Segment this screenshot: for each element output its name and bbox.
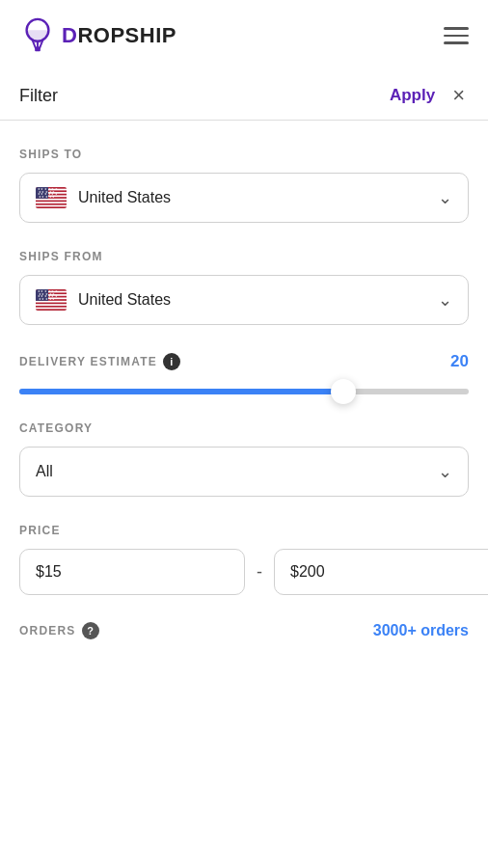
svg-rect-4 bbox=[35, 46, 41, 51]
ships-from-select[interactable]: ★ ★ ★ ★ ★ ★ ★ ★ ★ ★ ★ ★ ★ ★ ★ ★ ★ ★ ★ ★ … bbox=[19, 275, 469, 325]
orders-label-row: ORDERS ? bbox=[19, 622, 99, 639]
price-label: PRICE bbox=[19, 524, 469, 537]
hamburger-menu-button[interactable] bbox=[444, 27, 469, 44]
orders-value: 3000+ orders bbox=[373, 622, 469, 639]
ships-to-value: United States bbox=[78, 189, 438, 206]
slider-fill bbox=[19, 389, 343, 394]
price-max-input[interactable] bbox=[274, 549, 488, 595]
svg-rect-9 bbox=[36, 199, 67, 201]
filter-content: SHIPS TO ★ ★ ★ ★ ★ ★ ★ ★ ★ ★ ★ ★ ★ ★ ★ ★… bbox=[0, 121, 488, 659]
category-label: CATEGORY bbox=[19, 421, 469, 435]
svg-text:★ ★ ★ ★ ★: ★ ★ ★ ★ ★ bbox=[39, 297, 56, 301]
logo: DROPSHIP bbox=[19, 17, 176, 54]
logo-text: DROPSHIP bbox=[62, 23, 176, 48]
category-section: CATEGORY All ⌄ bbox=[19, 421, 469, 497]
ships-from-chevron-icon: ⌄ bbox=[438, 289, 452, 311]
filter-title: Filter bbox=[19, 86, 376, 106]
svg-rect-11 bbox=[36, 205, 67, 207]
svg-rect-22 bbox=[36, 304, 67, 306]
delivery-slider[interactable] bbox=[19, 389, 469, 394]
delivery-estimate-label: DELIVERY ESTIMATE bbox=[19, 355, 157, 368]
ships-from-section: SHIPS FROM ★ ★ ★ ★ ★ ★ ★ ★ ★ ★ ★ ★ ★ ★ ★… bbox=[19, 250, 469, 325]
orders-label: ORDERS bbox=[19, 624, 76, 637]
svg-text:★ ★ ★ ★ ★: ★ ★ ★ ★ ★ bbox=[39, 195, 56, 199]
logo-icon bbox=[19, 17, 56, 54]
ships-to-section: SHIPS TO ★ ★ ★ ★ ★ ★ ★ ★ ★ ★ ★ ★ ★ ★ ★ ★… bbox=[19, 148, 469, 223]
ships-from-value: United States bbox=[78, 291, 438, 309]
header: DROPSHIP bbox=[0, 0, 488, 71]
delivery-label-row: DELIVERY ESTIMATE i bbox=[19, 353, 180, 370]
ships-to-select[interactable]: ★ ★ ★ ★ ★ ★ ★ ★ ★ ★ ★ ★ ★ ★ ★ ★ ★ ★ ★ ★ … bbox=[19, 173, 469, 223]
filter-bar: Filter Apply × bbox=[0, 71, 488, 121]
category-chevron-icon: ⌄ bbox=[438, 461, 452, 482]
price-dash: - bbox=[257, 562, 262, 583]
svg-rect-23 bbox=[36, 308, 67, 310]
category-value: All bbox=[36, 463, 438, 480]
ships-to-label: SHIPS TO bbox=[19, 148, 469, 161]
price-row: - bbox=[19, 549, 469, 595]
delivery-info-icon[interactable]: i bbox=[163, 353, 180, 370]
us-flag-icon-2: ★ ★ ★ ★ ★ ★ ★ ★ ★ ★ ★ ★ ★ ★ ★ ★ ★ ★ ★ ★ … bbox=[36, 289, 67, 311]
close-button[interactable]: × bbox=[448, 85, 469, 106]
price-min-input[interactable] bbox=[19, 549, 245, 595]
delivery-estimate-section: DELIVERY ESTIMATE i 20 bbox=[19, 352, 469, 394]
hamburger-line-2 bbox=[444, 35, 469, 38]
category-select[interactable]: All ⌄ bbox=[19, 447, 469, 497]
ships-from-label: SHIPS FROM bbox=[19, 250, 469, 263]
ships-to-chevron-icon: ⌄ bbox=[438, 187, 452, 208]
apply-button[interactable]: Apply bbox=[376, 86, 448, 105]
orders-info-icon[interactable]: ? bbox=[82, 622, 99, 639]
hamburger-line-1 bbox=[444, 27, 469, 30]
delivery-estimate-value: 20 bbox=[450, 352, 469, 371]
hamburger-line-3 bbox=[444, 41, 469, 44]
us-flag-icon: ★ ★ ★ ★ ★ ★ ★ ★ ★ ★ ★ ★ ★ ★ ★ ★ ★ ★ ★ ★ … bbox=[36, 187, 67, 208]
svg-rect-21 bbox=[36, 301, 67, 303]
delivery-header: DELIVERY ESTIMATE i 20 bbox=[19, 352, 469, 371]
price-section: PRICE - bbox=[19, 524, 469, 595]
svg-rect-10 bbox=[36, 202, 67, 203]
orders-section: ORDERS ? 3000+ orders bbox=[19, 622, 469, 639]
slider-thumb[interactable] bbox=[331, 379, 356, 404]
